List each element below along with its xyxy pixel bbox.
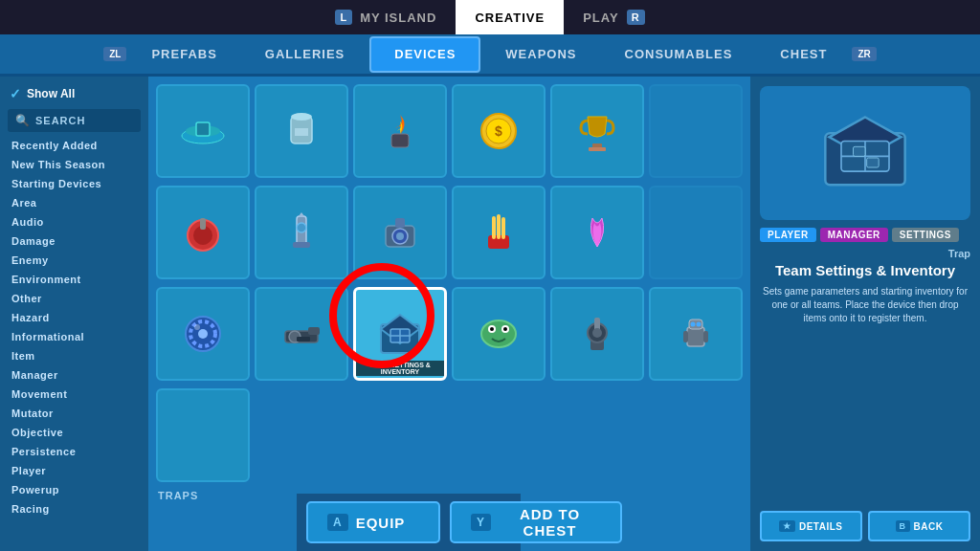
cat-prefabs[interactable]: PREFABS	[128, 36, 239, 73]
galleries-label: GALLERIES	[265, 47, 345, 61]
grid-item-3-icon	[368, 99, 432, 163]
grid-item-10-icon	[467, 201, 530, 264]
sidebar-movement[interactable]: Movement	[0, 385, 148, 404]
item-type: Trap	[760, 248, 970, 259]
sidebar-objective[interactable]: Objective	[0, 423, 148, 442]
sidebar-enemy[interactable]: Enemy	[0, 251, 148, 270]
grid-item-6[interactable]	[649, 84, 743, 178]
check-icon: ✓	[10, 86, 21, 101]
grid-item-2-icon	[270, 99, 333, 163]
grid-item-13[interactable]	[156, 287, 250, 381]
grid-item-4[interactable]: $	[452, 84, 546, 178]
grid-row-3: TEAM SETTINGS & INVENTORY	[156, 287, 743, 381]
chest-label: CHEST	[780, 47, 827, 61]
grid-row-1: $	[156, 84, 743, 178]
zr-badge: ZR	[852, 47, 876, 61]
creative-label: CREATIVE	[475, 11, 545, 25]
grid-item-2[interactable]	[255, 84, 348, 178]
grid-item-19[interactable]	[156, 388, 250, 482]
equip-button[interactable]: A EQUIP	[306, 501, 440, 543]
svg-point-39	[481, 320, 516, 347]
sidebar-item[interactable]: Item	[0, 346, 148, 365]
svg-rect-16	[293, 242, 310, 248]
grid-item-4-icon: $	[467, 99, 530, 163]
sidebar-new-season[interactable]: New This Season	[0, 155, 148, 174]
search-bar[interactable]: 🔍 SEARCH	[8, 109, 141, 132]
svg-rect-48	[687, 327, 704, 346]
svg-point-47	[592, 328, 602, 338]
svg-rect-5	[295, 128, 308, 136]
sidebar-persistence[interactable]: Persistence	[0, 442, 148, 461]
right-panel-buttons: ★ DETAILS B BACK	[760, 511, 970, 541]
sidebar-mutator[interactable]: Mutator	[0, 404, 148, 423]
grid-item-7[interactable]	[156, 186, 250, 279]
svg-rect-11	[589, 147, 606, 151]
grid-item-11[interactable]	[550, 186, 644, 279]
sidebar-racing[interactable]: Racing	[0, 499, 148, 518]
item-preview	[760, 86, 970, 220]
sidebar-environment[interactable]: Environment	[0, 270, 148, 289]
sidebar-manager[interactable]: Manager	[0, 365, 148, 385]
sidebar: ✓ Show All 🔍 SEARCH Recently Added New T…	[0, 77, 148, 551]
sidebar-damage[interactable]: Damage	[0, 231, 148, 251]
grid-item-team-settings[interactable]: TEAM SETTINGS & INVENTORY	[353, 287, 447, 381]
back-button[interactable]: B BACK	[868, 511, 970, 541]
grid-item-8[interactable]	[255, 186, 348, 279]
grid-item-10[interactable]	[452, 186, 546, 279]
grid-item-12[interactable]	[649, 186, 743, 279]
svg-point-28	[198, 329, 208, 339]
svg-rect-24	[497, 214, 501, 239]
top-nav-play[interactable]: PLAY R	[564, 0, 663, 34]
sidebar-audio[interactable]: Audio	[0, 212, 148, 231]
sidebar-player[interactable]: Player	[0, 461, 148, 480]
svg-point-42	[490, 327, 494, 331]
sidebar-hazard[interactable]: Hazard	[0, 308, 148, 327]
svg-point-21	[396, 232, 404, 240]
grid-item-17[interactable]	[550, 287, 644, 381]
cat-chest[interactable]: CHEST	[757, 36, 850, 73]
grid-item-9[interactable]	[353, 186, 447, 279]
top-nav-my-island[interactable]: L MY ISLAND	[316, 0, 456, 34]
grid-item-13-icon	[171, 302, 234, 365]
grid-item-1[interactable]	[156, 84, 250, 178]
sidebar-starting-devices[interactable]: Starting Devices	[0, 174, 148, 193]
sidebar-other[interactable]: Other	[0, 289, 148, 308]
grid-item-14[interactable]	[255, 287, 348, 381]
search-icon: 🔍	[15, 114, 31, 127]
details-button[interactable]: ★ DETAILS	[760, 511, 862, 541]
svg-text:$: $	[495, 123, 502, 139]
sidebar-powerup[interactable]: Powerup	[0, 480, 148, 499]
weapons-label: WEAPONS	[505, 47, 576, 61]
tag-row: PLAYER MANAGER SETTINGS	[760, 228, 970, 242]
r-badge: R	[627, 10, 645, 25]
sidebar-area[interactable]: Area	[0, 193, 148, 212]
cat-weapons[interactable]: WEAPONS	[482, 36, 599, 73]
details-label: DETAILS	[799, 521, 843, 532]
item-description: Sets game parameters and starting invent…	[760, 285, 970, 503]
svg-point-50	[690, 321, 695, 326]
my-island-label: MY ISLAND	[360, 11, 436, 25]
add-to-chest-button[interactable]: Y ADD TO CHEST	[450, 501, 622, 543]
cat-consumables[interactable]: CONSUMABLES	[602, 36, 756, 73]
consumables-label: CONSUMABLES	[625, 47, 733, 61]
grid-item-11-icon	[566, 201, 629, 264]
grid-item-3[interactable]	[353, 84, 447, 178]
top-nav-creative[interactable]: CREATIVE	[456, 0, 564, 34]
grid-item-1-icon	[171, 99, 234, 163]
details-badge: ★	[779, 520, 795, 532]
sidebar-informational[interactable]: Informational	[0, 327, 148, 346]
cat-galleries[interactable]: GALLERIES	[242, 36, 368, 73]
grid-item-18[interactable]	[649, 287, 743, 381]
grid-item-16[interactable]	[452, 287, 546, 381]
grid-item-14-icon	[270, 302, 333, 365]
grid-row-2	[156, 186, 743, 279]
svg-rect-2	[196, 122, 210, 136]
tag-manager: MANAGER	[820, 228, 888, 242]
cat-devices[interactable]: DEVICES	[369, 36, 480, 73]
grid-item-5[interactable]	[550, 84, 644, 178]
play-label: PLAY	[583, 11, 618, 25]
category-bar: ZL PREFABS GALLERIES DEVICES WEAPONS CON…	[0, 34, 980, 77]
sidebar-recently-added[interactable]: Recently Added	[0, 136, 148, 155]
svg-rect-52	[683, 331, 688, 342]
show-all-item[interactable]: ✓ Show All	[0, 82, 148, 105]
